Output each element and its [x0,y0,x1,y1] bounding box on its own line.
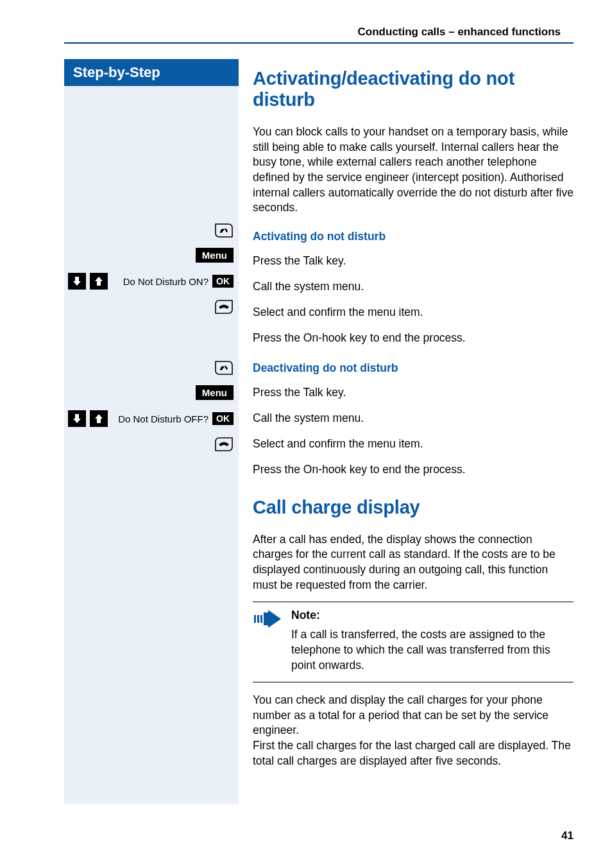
onhook-key-icon [214,299,234,315]
ok-button: OK [212,275,234,288]
step-text: Press the On-hook key to end the process… [253,462,574,478]
heading-dnd: Activating/deactivating do not disturb [253,68,574,110]
menu-item-label: Do Not Disturb ON? [123,276,208,287]
svg-rect-1 [257,615,259,623]
svg-rect-0 [254,615,256,623]
menu-item-label: Do Not Disturb OFF? [118,413,208,424]
arrow-down-icon [68,273,86,290]
note-arrow-icon [253,609,282,673]
step-text: Call the system menu. [253,411,574,426]
talk-key-icon [214,223,234,238]
step-text: Press the Talk key. [253,254,574,269]
charge-para2: You can check and display the call charg… [253,693,574,768]
main-content: Activating/deactivating do not disturb Y… [239,59,574,783]
sidebar-title: Step-by-Step [64,59,239,86]
step-text: Select and confirm the menu item. [253,305,574,320]
arrow-up-icon [90,410,108,427]
menu-button: Menu [196,385,234,400]
svg-rect-2 [260,615,262,623]
step-text: Call the system menu. [253,279,574,295]
step-text: Select and confirm the menu item. [253,437,574,452]
sidebar: Step-by-Step Menu Do Not Disturb ON? OK [0,59,239,783]
heading-charge: Call charge display [253,497,574,518]
subheading-activate: Activating do not disturb [253,230,574,243]
note-box: Note: If a call is transferred, the cost… [253,602,574,682]
note-title: Note: [291,609,574,622]
step-text: Press the On-hook key to end the process… [253,331,574,346]
step-text: Press the Talk key. [253,385,574,401]
page-number: 41 [561,829,574,842]
arrow-up-icon [90,273,108,290]
arrow-down-icon [68,410,86,427]
running-header: Conducting calls – enhanced functions [358,26,561,39]
menu-button: Menu [196,248,234,263]
sidebar-background [64,59,239,804]
talk-key-icon [214,360,234,376]
ok-button: OK [212,412,234,425]
note-body: If a call is transferred, the costs are … [291,627,574,673]
header-rule [64,42,574,44]
subheading-deactivate: Deactivating do not disturb [253,361,574,375]
onhook-key-icon [214,437,234,452]
dnd-intro: You can block calls to your handset on a… [253,125,574,216]
charge-intro: After a call has ended, the display show… [253,532,574,593]
